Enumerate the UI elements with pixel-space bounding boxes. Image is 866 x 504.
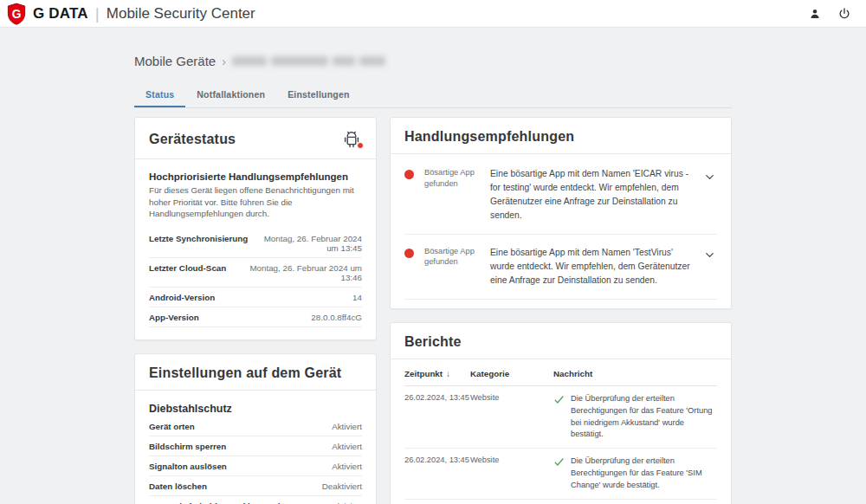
setting-row-value: Aktiviert [332, 442, 362, 451]
gdata-logo-icon: G [7, 3, 26, 25]
device-status-list: Letzte Synchronisierung Montag, 26. Febr… [149, 229, 362, 327]
title-separator: | [95, 4, 100, 23]
setting-row-value: Deaktiviert [322, 481, 362, 491]
recommendations-title: Handlungsempfehlungen [404, 129, 574, 145]
recommendation-message: Eine bösartige App mit dem Namen 'EICAR … [490, 167, 691, 223]
report-message: Die Überprüfung der erteilten Berechtigu… [571, 456, 717, 492]
setting-row-value: Aktiviert [332, 462, 362, 471]
status-row: Android-Version 14 [149, 288, 362, 307]
status-row-value: 14 [352, 293, 362, 302]
status-row: Letzter Cloud-Scan Montag, 26. Februar 2… [149, 258, 362, 288]
recommendation-message: Eine bösartige App mit dem Namen 'TestVi… [490, 246, 691, 288]
power-icon [837, 7, 851, 21]
product-name: Mobile Security Center [107, 5, 255, 23]
breadcrumb-mobile-geraete[interactable]: Mobile Geräte [134, 54, 216, 68]
setting-row-label: Daten löschen [149, 481, 207, 491]
recommendation-category: Bösartige App gefunden [424, 246, 480, 288]
column-header-nachricht: Nachricht [553, 369, 717, 378]
status-row-label: App-Version [149, 313, 199, 322]
reports-card: Berichte Zeitpunkt ↓ Kategorie Nachricht… [390, 322, 732, 504]
setting-row-value: Aktiviert [332, 501, 362, 504]
report-row: 26.02.2024, 13:45 Website Die Überprüfun… [404, 449, 717, 500]
report-category: Website [470, 393, 553, 442]
user-icon [808, 7, 822, 21]
setting-row: Daten löschen Deaktiviert [149, 476, 362, 496]
status-row: Letzte Synchronisierung Montag, 26. Febr… [149, 229, 362, 258]
recommendation-item: Bösartige App gefunden Eine bösartige Ap… [404, 156, 717, 235]
report-time: 26.02.2024, 13:45 [404, 456, 470, 492]
priority-alert-text: Für dieses Gerät liegen offene Benachric… [149, 184, 362, 220]
android-device-icon [341, 129, 362, 150]
alert-badge [357, 142, 364, 149]
setting-row-value: Aktiviert [332, 422, 362, 431]
recommendation-category: Bösartige App gefunden [424, 167, 480, 223]
svg-text:G: G [12, 7, 22, 20]
tab-bar: Status Notfallaktionen Einstellungen [134, 82, 732, 108]
status-row-value: Montag, 26. Februar 2024 um 13:46 [233, 263, 362, 282]
check-icon [553, 456, 565, 468]
alert-dot-icon [404, 249, 414, 258]
report-row: 26.02.2024, 13:45 Website Die Überprüfun… [404, 500, 717, 504]
setting-row-label: Ortung bei niedrigem Akkustand [149, 501, 281, 504]
status-row-label: Android-Version [149, 293, 215, 302]
brand-name: G DATA [33, 5, 88, 23]
setting-row-label: Bildschirm sperren [149, 442, 226, 451]
sort-desc-icon: ↓ [446, 369, 450, 378]
setting-row: Gerät orten Aktiviert [149, 417, 362, 436]
column-header-kategorie: Kategorie [470, 369, 553, 378]
alert-dot-icon [404, 170, 414, 179]
device-settings-title: Einstellungen auf dem Gerät [149, 365, 341, 381]
priority-alert-title: Hochpriorisierte Handlungsempfehlungen [149, 171, 362, 182]
status-row: App-Version 28.0.0.8ff4cG [149, 307, 362, 327]
tab-status[interactable]: Status [134, 82, 185, 107]
device-settings-card: Einstellungen auf dem Gerät Diebstahlsch… [134, 353, 377, 504]
theft-protection-list: Gerät orten Aktiviert Bildschirm sperren… [149, 417, 362, 504]
device-status-card: Gerätestatus [134, 117, 377, 340]
setting-row-label: Gerät orten [149, 422, 195, 431]
device-status-title: Gerätestatus [149, 132, 236, 147]
reports-title: Berichte [404, 334, 462, 350]
tab-einstellungen[interactable]: Einstellungen [276, 82, 360, 107]
recommendations-list: Bösartige App gefunden Eine bösartige Ap… [391, 154, 731, 308]
chevron-down-icon[interactable] [701, 169, 717, 184]
reports-table-header: Zeitpunkt ↓ Kategorie Nachricht [404, 359, 717, 386]
status-row-value: Montag, 26. Februar 2024 um 13:45 [255, 234, 362, 253]
report-time: 26.02.2024, 13:45 [404, 393, 470, 442]
column-label: Zeitpunkt [404, 369, 443, 378]
section-diebstahlschutz: Diebstahlschutz [149, 403, 362, 415]
setting-row-label: Signalton auslösen [149, 462, 227, 471]
column-header-zeitpunkt[interactable]: Zeitpunkt ↓ [404, 369, 470, 378]
user-account-button[interactable] [805, 4, 824, 23]
report-message: Die Überprüfung der erteilten Berechtigu… [571, 393, 717, 442]
check-icon [553, 394, 565, 405]
status-row-value: 28.0.0.8ff4cG [311, 313, 362, 322]
reports-table: Zeitpunkt ↓ Kategorie Nachricht 26.02.20… [391, 359, 731, 504]
logout-button[interactable] [835, 4, 854, 23]
device-name-redacted [232, 56, 385, 66]
report-category: Website [470, 456, 553, 492]
recommendations-card: Handlungsempfehlungen Bösartige App gefu… [390, 117, 732, 309]
setting-row: Ortung bei niedrigem Akkustand Aktiviert [149, 496, 362, 504]
setting-row: Bildschirm sperren Aktiviert [149, 436, 362, 456]
breadcrumb-separator: › [222, 55, 226, 68]
chevron-down-icon[interactable] [701, 248, 717, 263]
setting-row: Signalton auslösen Aktiviert [149, 456, 362, 476]
report-row: 26.02.2024, 13:45 Website Die Überprüfun… [404, 386, 717, 449]
tab-notfallaktionen[interactable]: Notfallaktionen [185, 82, 276, 107]
top-bar: G G DATA | Mobile Security Center [0, 0, 866, 28]
breadcrumb: Mobile Geräte › [134, 54, 732, 68]
status-row-label: Letzte Synchronisierung [149, 234, 248, 243]
status-row-label: Letzter Cloud-Scan [149, 263, 226, 273]
recommendation-item: Bösartige App gefunden Eine bösartige Ap… [404, 235, 717, 300]
